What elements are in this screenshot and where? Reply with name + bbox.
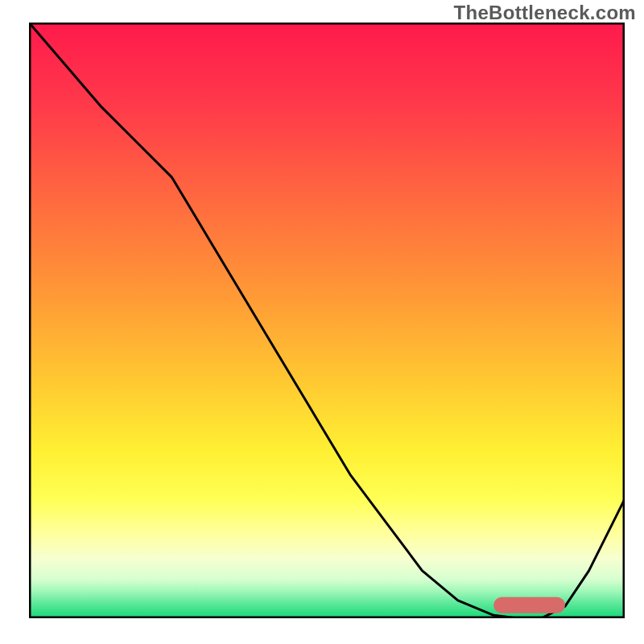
chart-stage: TheBottleneck.com [0, 0, 644, 644]
chart-plot [29, 23, 625, 618]
gradient-background [29, 23, 625, 618]
watermark-text: TheBottleneck.com [454, 2, 636, 24]
chart-svg [29, 23, 625, 618]
optimal-marker [493, 597, 565, 613]
